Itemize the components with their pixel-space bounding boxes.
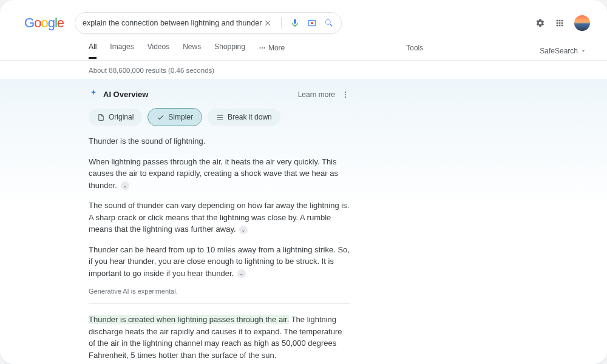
mic-icon[interactable] — [290, 18, 300, 28]
settings-icon[interactable] — [535, 18, 545, 28]
tab-videos[interactable]: Videos — [148, 42, 169, 59]
tools-button[interactable]: Tools — [406, 44, 423, 58]
svg-point-6 — [345, 91, 346, 92]
avatar[interactable] — [574, 15, 590, 31]
tab-images[interactable]: Images — [110, 42, 134, 59]
clear-icon[interactable] — [263, 18, 273, 28]
citation-toggle[interactable]: ⌄ — [121, 181, 129, 190]
result-stats: About 88,600,000 results (0.46 seconds) — [0, 61, 607, 79]
ai-paragraph-4: Thunder can be heard from up to 10 miles… — [89, 244, 350, 280]
divider — [89, 303, 350, 304]
ai-paragraph-2: When lightning passes through the air, i… — [89, 156, 350, 192]
more-icon — [259, 44, 266, 52]
kebab-icon[interactable] — [341, 90, 350, 99]
sparkle-icon — [89, 89, 98, 100]
citation-toggle[interactable]: ⌄ — [237, 269, 246, 278]
ai-paragraph-3: The sound of thunder can vary depending … — [89, 200, 350, 235]
chip-breakdown[interactable]: Break it down — [208, 109, 280, 126]
citation-toggle[interactable]: ⌄ — [239, 226, 248, 234]
learn-more-link[interactable]: Learn more — [298, 90, 335, 99]
check-icon — [157, 113, 164, 121]
tab-more[interactable]: More — [259, 42, 285, 59]
tab-news[interactable]: News — [183, 42, 201, 59]
ai-overview-title: AI Overview — [103, 90, 148, 99]
lens-icon[interactable] — [307, 18, 317, 28]
chevron-down-icon — [580, 48, 586, 54]
svg-point-5 — [263, 47, 265, 49]
svg-point-3 — [259, 47, 260, 49]
safesearch-dropdown[interactable]: SafeSearch — [540, 47, 586, 55]
search-icon[interactable] — [324, 18, 334, 28]
svg-point-4 — [262, 47, 263, 49]
chip-original[interactable]: Original — [89, 109, 142, 126]
chip-simpler[interactable]: Simpler — [148, 109, 202, 126]
svg-point-7 — [345, 93, 346, 95]
svg-point-8 — [345, 96, 346, 98]
document-icon — [97, 113, 105, 121]
search-bar[interactable] — [75, 12, 342, 34]
tab-all[interactable]: All — [89, 42, 97, 59]
apps-icon[interactable] — [555, 18, 565, 28]
ai-paragraph-1: Thunder is the sound of lightning. — [89, 135, 350, 147]
list-icon — [216, 113, 224, 121]
search-input[interactable] — [83, 19, 263, 27]
svg-point-1 — [311, 22, 313, 24]
svg-point-2 — [314, 21, 314, 22]
tab-shopping[interactable]: Shopping — [214, 42, 245, 59]
ai-disclaimer: Generative AI is experimental. — [89, 288, 350, 295]
result-snippet: Thunder is created when lightning passes… — [89, 314, 350, 361]
google-logo[interactable]: Google — [24, 15, 64, 31]
